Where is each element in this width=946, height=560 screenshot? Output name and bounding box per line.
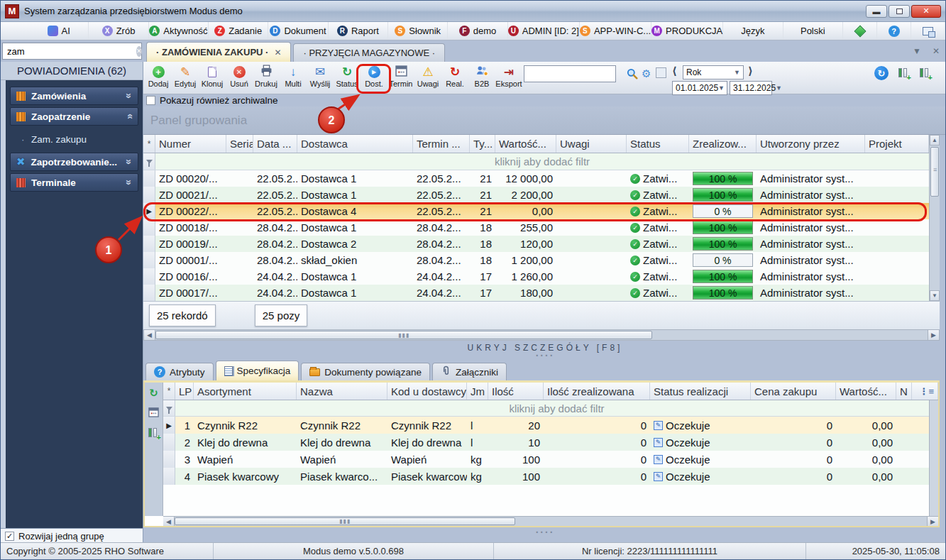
toolbar-button-multi[interactable]: ↓Multi xyxy=(280,64,307,88)
menu-item-s-ownik[interactable]: SSłownik xyxy=(388,22,448,40)
detail-refresh-icon[interactable]: ↻ xyxy=(149,387,158,400)
previous-period-icon[interactable]: ⟨ xyxy=(672,65,677,77)
detail-row[interactable]: ▶1Czynnik R22Czynnik R22Czynnik R22l200✎… xyxy=(163,417,938,434)
filter-toggle-checkbox[interactable] xyxy=(656,67,666,78)
splitter-grip[interactable]: ···· xyxy=(536,529,555,535)
detail-row[interactable]: 4Piasek kwarcowyPiasek kwarco...Piasek k… xyxy=(163,468,938,485)
sidebar-search[interactable]: ✕ xyxy=(2,43,142,60)
menu-item-produkcja[interactable]: MPRODUKCJA xyxy=(651,22,723,40)
column-header-status[interactable]: Status realizacji xyxy=(650,383,751,400)
order-row[interactable]: ▶ZD 00022/...22.05.2...Dostawca 422.05.2… xyxy=(143,203,929,219)
detail-tab-specyfikacja[interactable]: Specyfikacja xyxy=(216,361,299,380)
tab-close-icon[interactable]: ✕ xyxy=(274,48,281,57)
settings-gear-icon[interactable]: ⚙ xyxy=(642,67,651,80)
scroll-right-icon[interactable]: ▶ xyxy=(928,330,939,340)
menu-item-aktywno[interactable]: AAktywność xyxy=(149,22,209,40)
detail-row[interactable]: 3WapieńWapieńWapieńkg1000✎Oczekuje00,00 xyxy=(163,451,938,468)
menu-help[interactable]: ? xyxy=(877,22,911,40)
bottom-splitter[interactable]: ···· xyxy=(143,527,946,537)
orders-grid-filter-row[interactable]: kliknij aby dodać filtr xyxy=(143,153,929,170)
toolbar-button-status[interactable]: ↻Status xyxy=(334,64,361,88)
scroll-thumb[interactable]: ▮▮▮ xyxy=(175,517,515,525)
detail-tab-atrybuty[interactable]: ?Atrybuty xyxy=(145,363,214,380)
column-header-n[interactable]: N xyxy=(896,383,912,400)
menu-external-window[interactable] xyxy=(911,22,945,40)
column-header-jm[interactable]: Jm xyxy=(467,383,488,400)
sidebar-group-zaopatrzenie[interactable]: Zaopatrzenie» xyxy=(10,107,138,126)
detail-calendar-icon[interactable] xyxy=(148,407,159,420)
order-row[interactable]: ZD 00019/...28.04.2...Dostawca 228.04.2.… xyxy=(143,236,929,252)
menu-item-j-zyk[interactable]: Język xyxy=(723,22,783,40)
column-header-uwagi[interactable]: Uwagi xyxy=(556,135,627,153)
search-input[interactable] xyxy=(3,46,136,57)
tab-przyjecia-magazynowe[interactable]: · PRZYJĘCIA MAGAZYNOWE · xyxy=(293,43,445,62)
toolbar-button-dost[interactable]: ▶Dost. xyxy=(361,64,387,88)
menu-item-zr-b[interactable]: XZrób xyxy=(89,22,148,40)
scroll-up-icon[interactable]: ▲ xyxy=(930,135,940,146)
toolbar-button-termin[interactable]: Termin xyxy=(387,64,414,88)
menu-item-zadanie[interactable]: ZZadanie xyxy=(209,22,268,40)
close-all-tabs-icon[interactable]: ✕ xyxy=(933,46,940,56)
toolbar-button-klonuj[interactable]: Klonuj xyxy=(199,64,226,88)
scroll-thumb[interactable] xyxy=(930,147,939,197)
detail-horizontal-scrollbar[interactable]: ◀ ▮▮▮ ▶ xyxy=(163,516,938,526)
details-splitter[interactable]: UKRYJ SZCZEGÓŁY [F8] ···· xyxy=(143,341,946,361)
order-row[interactable]: ZD 00017/...24.04.2...Dostawca 124.04.2.… xyxy=(143,285,929,301)
add-column-right-icon[interactable]: + xyxy=(919,67,931,79)
order-row[interactable]: ZD 00016/...24.04.2...Dostawca 124.04.2.… xyxy=(143,268,929,285)
clear-search-icon[interactable]: ✕ xyxy=(136,46,142,57)
detail-tab-za-czniki[interactable]: Załączniki xyxy=(432,363,507,380)
scroll-left-icon[interactable]: ◀ xyxy=(144,330,155,340)
detail-grid-filter-row[interactable]: kliknij aby dodać filtr xyxy=(163,400,938,417)
toolbar-button-uwagi[interactable]: ⚠Uwagi xyxy=(414,64,441,88)
order-row[interactable]: ZD 00001/...28.04.2...skład_okien28.04.2… xyxy=(143,252,929,268)
toolbar-button-drukuj[interactable]: Drukuj xyxy=(253,64,280,88)
sidebar-group-zam-wienia[interactable]: Zamówienia» xyxy=(10,87,138,105)
order-row[interactable]: ZD 00021/...22.05.2...Dostawca 122.05.2.… xyxy=(143,187,929,203)
toolbar-button-b2b[interactable]: B2B xyxy=(468,64,495,88)
column-header-utworzony[interactable]: Utworzony przez xyxy=(757,135,865,153)
grid-quick-filter-input[interactable] xyxy=(524,66,615,82)
expand-one-group-checkbox[interactable]: ✓ xyxy=(5,532,14,541)
menu-item-raport[interactable]: RRaport xyxy=(329,22,388,40)
column-header-projekt[interactable]: Projekt xyxy=(865,135,929,153)
menu-item-app-win-c[interactable]: SAPP-WIN-C... xyxy=(580,22,651,40)
column-header-status[interactable]: Status xyxy=(627,135,689,153)
notifications-header[interactable]: POWIADOMIENIA (62) xyxy=(1,62,143,80)
magnifier-icon[interactable] xyxy=(626,67,639,83)
column-header-typ[interactable]: Ty... xyxy=(470,135,495,153)
column-header-zrealizowano[interactable]: Zrealizow... xyxy=(689,135,757,153)
grouping-panel[interactable]: Panel grupowania xyxy=(143,106,946,135)
column-chooser-cell[interactable]: ⋮≡ xyxy=(912,383,938,400)
scroll-thumb[interactable]: ▮▮▮ xyxy=(155,331,652,339)
orders-horizontal-scrollbar[interactable]: ◀ ▮▮▮ ▶ xyxy=(143,329,940,341)
column-header-kod[interactable]: Kod u dostawcy xyxy=(387,383,467,400)
column-header-wartosc[interactable]: Wartość... xyxy=(836,383,896,400)
refresh-grid-icon[interactable]: ↻ xyxy=(874,66,889,80)
sidebar-item-zam-zakupu[interactable]: Zam. zakupu xyxy=(10,131,138,148)
orders-vertical-scrollbar[interactable]: ▲ ▼ xyxy=(929,135,940,301)
date-to-select[interactable]: 31.12.2025▼ xyxy=(730,81,772,95)
column-header-termin[interactable]: Termin ... xyxy=(413,135,470,153)
grid-quick-filter[interactable] xyxy=(524,65,616,82)
column-header-dostawca[interactable]: Dostawca xyxy=(297,135,413,153)
add-column-icon[interactable]: + xyxy=(898,67,910,79)
column-header-data[interactable]: Data ...▼ xyxy=(253,135,297,153)
minimize-button[interactable]: ▬ xyxy=(866,5,887,18)
scroll-left-icon[interactable]: ◀ xyxy=(163,517,175,526)
column-chooser-icon[interactable]: ⋮≡ xyxy=(919,386,934,397)
splitter-grip[interactable]: ···· xyxy=(536,353,555,358)
column-header-asortyment[interactable]: Asortyment xyxy=(194,383,297,400)
order-row[interactable]: ZD 00018/...28.04.2...Dostawca 128.04.2.… xyxy=(143,219,929,236)
toolbar-button-wy-lij[interactable]: ✉Wyślij xyxy=(307,64,334,88)
menu-item-polski[interactable]: Polski xyxy=(783,22,843,40)
column-header-ilosc[interactable]: Ilość xyxy=(488,383,544,400)
column-header-seria[interactable]: Seria xyxy=(226,135,253,153)
period-type-select[interactable]: Rok▼ xyxy=(683,65,744,79)
toolbar-button-usu[interactable]: ✕Usuń xyxy=(226,64,253,88)
toolbar-button-real[interactable]: ↻Real. xyxy=(441,64,468,88)
next-period-icon[interactable]: ⟩ xyxy=(748,65,753,77)
menu-item-dokument[interactable]: DDokument xyxy=(268,22,328,40)
date-from-select[interactable]: 01.01.2025▼ xyxy=(672,81,727,95)
detail-tab-dokumenty-powi-zane[interactable]: Dokumenty powiązane xyxy=(301,363,430,380)
